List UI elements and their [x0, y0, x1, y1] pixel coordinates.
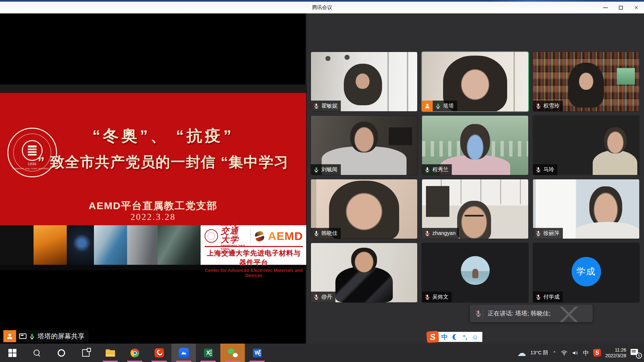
- running-indicator: [103, 361, 118, 362]
- mic-muted-icon: [313, 103, 319, 109]
- video-grid-pane: 瞿敏妮塔塔权雪玲刘毓闻程秀兰马玲韩晓佳zhangyan徐丽萍@丹吴炜文学成付学成…: [307, 13, 644, 344]
- mic-on-icon: [424, 167, 430, 173]
- taskbar-word-button[interactable]: W: [245, 344, 269, 362]
- desktop: 腾讯会议 ✕ 1896 SHANGHAI JIAO TONG UNIVERSIT…: [0, 0, 644, 362]
- tray-chevron-up-icon[interactable]: ⌃: [552, 350, 556, 356]
- wifi-icon[interactable]: [561, 350, 568, 356]
- word-icon: W: [253, 349, 262, 357]
- mic-on-icon: [313, 167, 319, 173]
- lab-photo-strip: 上海交通大学 SHANGHAI JIAO TONG UNIVERSITY AEM…: [0, 225, 306, 265]
- participant-tile[interactable]: 瞿敏妮: [311, 52, 417, 111]
- mic-muted-icon: [535, 103, 541, 109]
- mic-on-icon: [313, 230, 319, 236]
- participant-name: 权雪玲: [543, 103, 559, 110]
- participant-name: 韩晓佳: [321, 230, 337, 237]
- weather-icon[interactable]: ☁: [517, 349, 526, 357]
- taskbar-apps: XW: [0, 344, 269, 362]
- window-titlebar: 腾讯会议 ✕: [0, 2, 644, 13]
- participant-badge: 程秀兰: [422, 164, 452, 175]
- sogou-ime-logo-icon[interactable]: S: [426, 331, 439, 343]
- participant-badge: 塔塔: [422, 101, 457, 111]
- close-button[interactable]: ✕: [629, 2, 644, 13]
- chrome-icon: [130, 349, 139, 357]
- maximize-button[interactable]: [613, 2, 629, 13]
- participant-badge: @丹: [311, 292, 335, 302]
- cortana-icon: [58, 349, 65, 357]
- mic-muted-icon: [424, 230, 430, 236]
- participant-name: @丹: [321, 294, 332, 301]
- participant-tile[interactable]: 刘毓闻: [311, 116, 417, 175]
- ime-punctuation-toggle[interactable]: °,: [463, 334, 467, 340]
- slide-title-line2: ” 致全市共产党员的一封信 “集中学习: [30, 153, 296, 172]
- screen-share-indicator: 塔塔的屏幕共享: [3, 330, 89, 342]
- platform-name-en: Center for Advanced Electronic Materials…: [205, 268, 303, 278]
- taskbar-excel-button[interactable]: X: [196, 344, 220, 362]
- speaking-toast-text: 正在讲话: 塔塔; 韩晓佳;: [488, 309, 550, 317]
- mic-muted-icon: [535, 167, 541, 173]
- tray-date: 2022/3/28: [605, 353, 626, 359]
- participant-tile[interactable]: 吴炜文: [422, 243, 528, 302]
- participant-name: zhangyan: [432, 230, 455, 236]
- lab-photo: [34, 225, 67, 265]
- lab-photo: [158, 225, 201, 265]
- participant-tile[interactable]: 韩晓佳: [311, 179, 417, 239]
- sogou-tray-icon[interactable]: S: [593, 349, 601, 357]
- action-center-button[interactable]: 5: [631, 349, 641, 357]
- aemd-wordmark: AEMD: [268, 230, 303, 242]
- minimize-button[interactable]: [598, 2, 613, 13]
- speaker-icon[interactable]: [572, 350, 579, 356]
- weather-temp[interactable]: 13°C 阴: [530, 350, 548, 356]
- taskbar-cortana-button[interactable]: [49, 344, 73, 362]
- mic-on-icon: [435, 103, 441, 109]
- running-indicator: [250, 361, 265, 362]
- taskbar-search-button[interactable]: [24, 344, 49, 362]
- excel-icon: X: [204, 349, 213, 357]
- close-icon: ✕: [634, 5, 639, 11]
- task-view-icon: [82, 349, 90, 357]
- taskbar-explorer-button[interactable]: [98, 344, 122, 362]
- participant-tile[interactable]: @丹: [311, 243, 417, 302]
- mic-muted-icon: [313, 294, 319, 300]
- participant-tile[interactable]: 权雪玲: [533, 52, 639, 111]
- participant-name: 马玲: [543, 166, 554, 173]
- participant-name: 刘毓闻: [321, 166, 337, 173]
- ime-halfwidth-moon-icon[interactable]: [452, 334, 458, 340]
- toast-watermark: [557, 307, 581, 322]
- tray-time: 11:26: [605, 347, 626, 353]
- participant-tile[interactable]: 徐丽萍: [533, 179, 639, 239]
- mic-muted-icon: [535, 294, 541, 300]
- language-indicator[interactable]: 中: [583, 349, 589, 357]
- lab-photo: [94, 225, 127, 265]
- slide-organization: AEMD平台直属教工党支部: [0, 199, 306, 213]
- participant-badge: 马玲: [533, 164, 557, 175]
- person-icon: [424, 103, 430, 109]
- participant-tile[interactable]: 学成付学成: [533, 243, 639, 302]
- taskbar-chrome-button[interactable]: [122, 344, 147, 362]
- taskbar: XW ☁ 13°C 阴 ⌃ 中 S 11:26 2022/3/28 5: [0, 344, 644, 362]
- taskbar-start-button[interactable]: [0, 344, 24, 362]
- taskbar-taskview-button[interactable]: [73, 344, 98, 362]
- participant-badge: 徐丽萍: [533, 228, 563, 239]
- ime-mode-toggle[interactable]: 中: [441, 334, 448, 340]
- participant-name: 塔塔: [443, 103, 454, 110]
- taskbar-sogou-browser-button[interactable]: [147, 344, 171, 362]
- participant-name: 吴炜文: [432, 294, 448, 301]
- participant-tile[interactable]: 塔塔: [422, 52, 528, 111]
- participant-badge: 刘毓闻: [311, 164, 341, 175]
- ime-emoji-button[interactable]: ☺: [472, 334, 478, 340]
- lab-photo: [127, 225, 158, 265]
- participant-tile[interactable]: 马玲: [533, 116, 639, 175]
- mic-on-icon: [29, 333, 35, 340]
- file-explorer-icon: [106, 349, 115, 357]
- speaking-toast: 正在讲话: 塔塔; 韩晓佳;: [470, 305, 593, 322]
- window-title: 腾讯会议: [312, 4, 332, 11]
- participant-tile[interactable]: 程秀兰: [422, 116, 528, 175]
- presenter-badge-icon: [3, 330, 16, 342]
- taskbar-tencent-meeting-button[interactable]: [171, 344, 196, 362]
- participant-tile[interactable]: zhangyan: [422, 179, 528, 239]
- wechat-icon: [228, 349, 238, 357]
- screen-share-pane: 1896 SHANGHAI JIAO TONG UNIVERSITY “冬奥”、…: [0, 13, 306, 344]
- person-icon: [6, 333, 13, 340]
- clock[interactable]: 11:26 2022/3/28: [605, 347, 626, 359]
- taskbar-wechat-button[interactable]: [220, 344, 245, 362]
